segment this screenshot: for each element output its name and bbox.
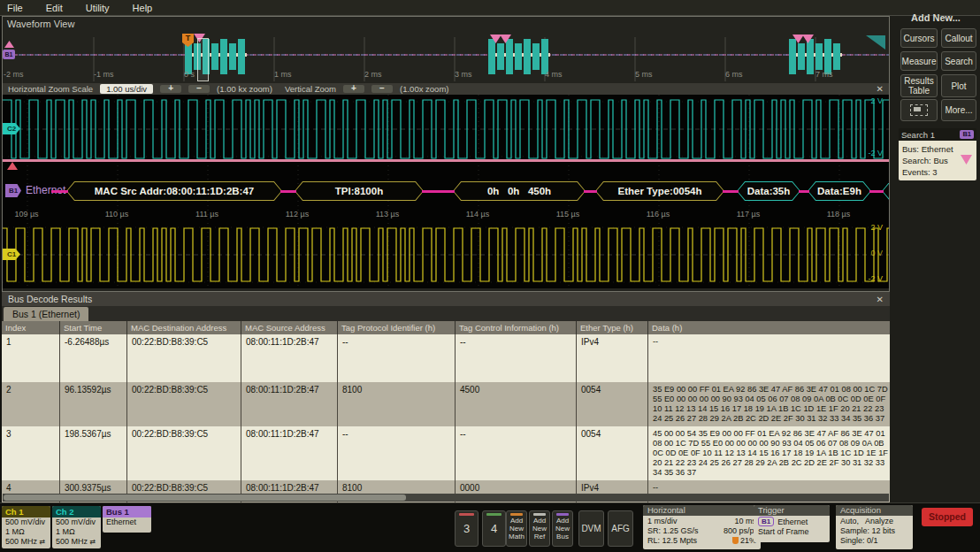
horizontal-row: SR: 1.25 GS/s800 ps/pt xyxy=(647,526,756,536)
trigger-panel[interactable]: Trigger B1Ethernet Start of Frame xyxy=(754,505,830,542)
scope-button-afg[interactable]: AFG xyxy=(608,510,633,547)
column-header: Tag Control Information (h) xyxy=(456,321,577,334)
zoom-close-icon[interactable]: ✕ xyxy=(877,84,884,94)
ch1-bottom-scale-label: -2 V xyxy=(856,274,883,283)
table-header-row: IndexStart TimeMAC Destination AddressMA… xyxy=(2,321,959,334)
acquisition-line: Auto, Analyze xyxy=(840,517,908,526)
waveform-view-title: Waveform View xyxy=(7,19,74,29)
search1-events-line: Events: 3 xyxy=(902,166,973,178)
time-tick-label: 112 µs xyxy=(286,210,310,218)
time-tick-label: 109 µs xyxy=(14,210,38,218)
stopped-button[interactable]: Stopped xyxy=(922,508,973,526)
column-header: Tag Protocol Identifier (h) xyxy=(338,321,456,334)
table-cell: 00:22:BD:B8:39:C5 xyxy=(127,426,241,480)
table-cell: 0054 xyxy=(577,426,648,480)
h-zoom-minus-button[interactable]: − xyxy=(188,85,210,93)
oscilloscope-app: FileEditUtilityHelp Waveform View -2 ms-… xyxy=(0,0,980,552)
horizontal-value: RL: 12.5 Mpts xyxy=(647,536,697,546)
bus-connector xyxy=(869,190,884,193)
table-cell: IPv4 xyxy=(577,334,648,382)
h-zoom-scale-value[interactable]: 1.00 us/div xyxy=(100,84,153,94)
act-on-event-button[interactable] xyxy=(900,99,938,121)
table-cell: 08:00:11:1D:2B:47 xyxy=(241,426,338,480)
bus1-badge-card[interactable]: Bus 1 Ethernet xyxy=(103,506,151,533)
scope-button-3[interactable]: 3 xyxy=(455,510,479,547)
menu-item-edit[interactable]: Edit xyxy=(46,3,63,13)
overview-tick-label: 0 s xyxy=(184,70,195,79)
bus-packet[interactable]: Ether Type:0054h xyxy=(595,181,724,201)
table-cell: -- xyxy=(456,334,577,382)
ch2-top-scale-label: 2 V xyxy=(856,96,883,105)
table-row[interactable]: 3198.5367µs00:22:BD:B8:39:C508:00:11:1D:… xyxy=(2,426,959,480)
horizontal-title: Horizontal xyxy=(643,505,761,516)
waveform-overview[interactable]: -2 ms-1 ms0 s1 ms2 ms3 ms4 ms5 ms6 ms7 m… xyxy=(3,32,889,81)
table-cell: 08:00:11:1D:2B:47 xyxy=(241,382,338,426)
add-new-plot-button[interactable]: Plot xyxy=(941,74,976,97)
overview-tick-label: -2 ms xyxy=(4,70,24,79)
horizontal-value: 21% xyxy=(732,536,756,546)
ch2-badge-card[interactable]: Ch 2 500 mV/div 1 MΩ 500 MHz ⇄ xyxy=(52,506,101,548)
time-tick-label: 117 µs xyxy=(737,210,761,218)
horizontal-panel[interactable]: Horizontal 1 ms/div10 msSR: 1.25 GS/s800… xyxy=(643,505,761,549)
acquisition-panel[interactable]: Acquisition Auto, AnalyzeSample: 12 bits… xyxy=(836,505,913,549)
column-header: Data (h) xyxy=(648,321,900,334)
overview-tick-label: 7 ms xyxy=(815,70,833,79)
bus-packet[interactable]: Data:35h xyxy=(737,181,800,201)
table-cell: 3 xyxy=(2,426,60,480)
bus-decode-row: B1 Ethernet MAC Src Addr:08:00:11:1D:2B:… xyxy=(2,181,889,201)
scope-button-4[interactable]: 4 xyxy=(482,510,506,547)
more-button[interactable]: More... xyxy=(941,99,976,121)
bus-packet[interactable]: MAC Src Addr:08:00:11:1D:2B:47 xyxy=(66,181,282,201)
horizontal-row: RL: 12.5 Mpts21% xyxy=(647,536,756,546)
scope-button-dvm[interactable]: DVM xyxy=(578,510,604,547)
table-cell: 1 xyxy=(2,334,60,382)
time-tick-label: 115 µs xyxy=(556,210,580,218)
add-new-search-button[interactable]: Search xyxy=(941,51,976,71)
horizontal-body: 1 ms/div10 msSR: 1.25 GS/s800 ps/ptRL: 1… xyxy=(643,516,761,548)
search1-body: Bus: Ethernet Search: Bus Events: 3 xyxy=(899,141,976,180)
bandwidth-icon: ⇄ xyxy=(90,538,96,546)
zoom-window-handle[interactable] xyxy=(197,38,209,81)
table-scrollbar-thumb[interactable] xyxy=(4,494,406,501)
h-zoom-plus-button[interactable]: + xyxy=(160,85,181,93)
bus-badge[interactable]: B1 xyxy=(5,184,21,197)
column-header: Index xyxy=(2,321,60,334)
bus-packet[interactable]: TPI:8100h xyxy=(295,181,424,201)
bus-packet[interactable]: 0h 0h 450h xyxy=(453,181,586,201)
table-cell: -- xyxy=(648,334,900,382)
ch1-scale: 500 mV/div xyxy=(2,518,50,527)
scope-button-add-new-bus[interactable]: Add New Bus xyxy=(552,510,573,547)
button-color-stripe xyxy=(556,513,569,516)
add-new-callout-button[interactable]: Callout xyxy=(941,28,976,48)
menu-item-help[interactable]: Help xyxy=(133,3,153,13)
button-color-stripe xyxy=(459,513,474,516)
search1-panel[interactable]: Search 1 B1 Bus: Ethernet Search: Bus Ev… xyxy=(899,128,976,180)
menu-item-utility[interactable]: Utility xyxy=(86,3,110,13)
results-table-body: 1-6.26488µs00:22:BD:B8:39:C508:00:11:1D:… xyxy=(2,334,959,503)
scope-button-label: 3 xyxy=(463,522,470,535)
v-zoom-plus-button[interactable]: + xyxy=(343,85,364,93)
time-tick-label: 114 µs xyxy=(466,210,490,218)
ch2-bandwidth: 500 MHz ⇄ xyxy=(52,537,101,547)
results-close-icon[interactable]: ✕ xyxy=(877,295,884,304)
tab-bus1-ethernet[interactable]: Bus 1 (Ethernet) xyxy=(4,307,88,321)
bandwidth-icon: ⇄ xyxy=(40,538,46,546)
search1-header: Search 1 B1 xyxy=(899,128,976,141)
overview-tick-label: 6 ms xyxy=(725,70,743,79)
ch1-badge-card[interactable]: Ch 1 500 mV/div 1 MΩ 500 MHz ⇄ xyxy=(2,506,50,548)
table-row[interactable]: 296.13592µs00:22:BD:B8:39:C508:00:11:1D:… xyxy=(2,382,959,426)
search-threshold-line xyxy=(3,159,889,162)
add-new-cursors-button[interactable]: Cursors xyxy=(900,28,938,48)
add-new-measure-button[interactable]: Measure xyxy=(900,51,938,71)
menu-item-file[interactable]: File xyxy=(7,3,23,13)
add-new-results-table-button[interactable]: Results Table xyxy=(900,74,938,97)
scope-button-add-new-math[interactable]: Add New Math xyxy=(506,510,527,547)
overview-tick-label: 3 ms xyxy=(455,70,472,79)
v-zoom-minus-button[interactable]: − xyxy=(371,85,393,93)
scope-button-add-new-ref[interactable]: Add New Ref xyxy=(529,510,550,547)
table-row[interactable]: 1-6.26488µs00:22:BD:B8:39:C508:00:11:1D:… xyxy=(2,334,959,382)
ch2-scale: 500 mV/div xyxy=(52,518,101,527)
button-color-stripe xyxy=(510,513,523,516)
bus-packet[interactable]: Data:E9h xyxy=(808,181,871,201)
scope-button-label: Add New Math xyxy=(507,517,526,540)
